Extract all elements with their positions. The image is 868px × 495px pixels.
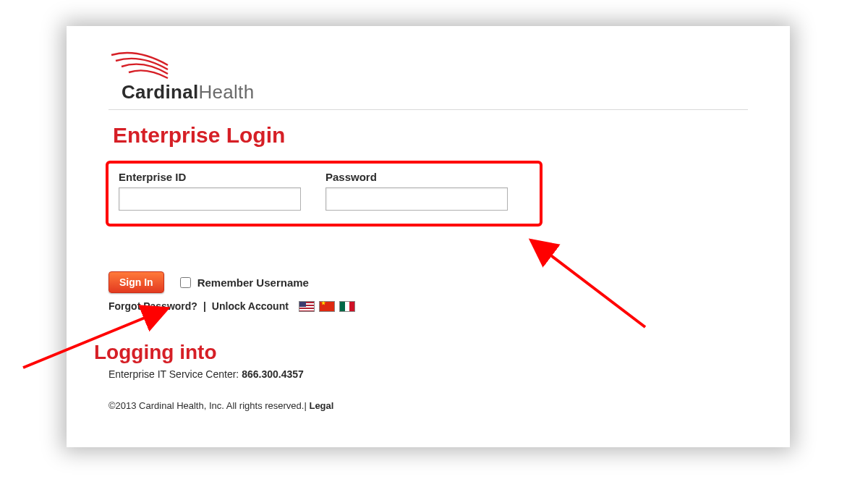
remember-username-checkbox[interactable] [180, 277, 191, 288]
link-separator: | [203, 300, 206, 312]
signin-row: Sign In Remember Username [109, 271, 748, 293]
logo-text-light: Health [198, 81, 254, 103]
password-field: Password [326, 171, 508, 211]
flag-mx-icon[interactable] [339, 301, 355, 312]
service-center-phone: 866.300.4357 [242, 368, 304, 380]
enterprise-id-input[interactable] [119, 187, 301, 211]
flag-us-icon[interactable] [299, 301, 315, 312]
service-center-text: Enterprise IT Service Center: 866.300.43… [109, 368, 748, 380]
footer-copyright: ©2013 Cardinal Health, Inc. All rights r… [109, 400, 748, 411]
cardinal-health-logo: CardinalHealth [109, 51, 748, 103]
header-divider [109, 109, 748, 110]
help-links: Forgot Password? | Unlock Account [109, 300, 748, 312]
service-center-label: Enterprise IT Service Center: [109, 368, 242, 380]
logo-wordmark: CardinalHealth [122, 81, 254, 103]
flag-cn-icon[interactable] [319, 301, 335, 312]
remember-username-label[interactable]: Remember Username [177, 275, 309, 290]
forgot-password-link[interactable]: Forgot Password? [109, 300, 197, 312]
remember-username-text: Remember Username [197, 276, 309, 289]
locale-flags [299, 301, 355, 312]
page-title: Enterprise Login [113, 123, 748, 148]
login-card: CardinalHealth Enterprise Login Enterpri… [67, 26, 790, 447]
legal-link[interactable]: Legal [309, 400, 333, 411]
sign-in-button[interactable]: Sign In [109, 271, 164, 293]
logging-into-heading: Logging into [94, 341, 748, 364]
cardinal-bird-icon [109, 51, 195, 82]
password-label: Password [326, 171, 508, 183]
copyright-text: ©2013 Cardinal Health, Inc. All rights r… [109, 400, 304, 411]
annotation-highlight-box: Enterprise ID Password [106, 161, 542, 227]
unlock-account-link[interactable]: Unlock Account [212, 300, 289, 312]
logo-text-bold: Cardinal [122, 81, 198, 103]
enterprise-id-field: Enterprise ID [119, 171, 301, 211]
enterprise-id-label: Enterprise ID [119, 171, 301, 183]
password-input[interactable] [326, 187, 508, 211]
